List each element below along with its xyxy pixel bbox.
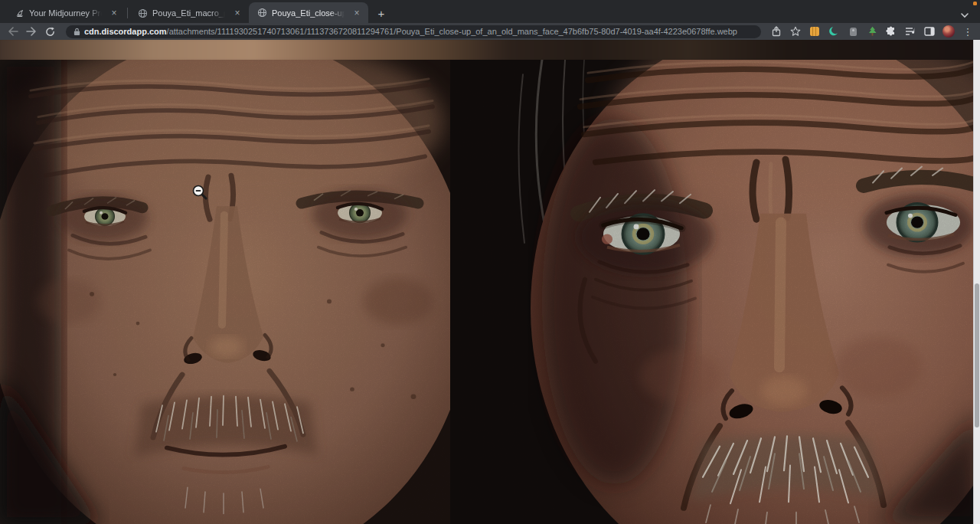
globe-icon	[256, 8, 267, 18]
grid-extension-icon[interactable]	[808, 25, 821, 38]
close-tab-icon[interactable]: ×	[351, 8, 362, 18]
side-panel-icon[interactable]	[923, 25, 936, 38]
page-content	[0, 40, 980, 524]
tab-midjourney-profile[interactable]: Your Midjourney Profile ×	[6, 3, 126, 23]
globe-icon	[137, 8, 148, 18]
toolbar-actions: ⋮	[770, 25, 974, 38]
tab-bar: Your Midjourney Profile × Pouya_Eti_macr…	[0, 0, 980, 23]
forward-button[interactable]	[24, 25, 38, 38]
reload-button[interactable]	[43, 25, 57, 38]
bookmark-star-icon[interactable]	[789, 25, 802, 38]
browser-window: Your Midjourney Profile × Pouya_Eti_macr…	[0, 0, 980, 524]
close-tab-icon[interactable]: ×	[109, 8, 119, 18]
tab-macro-photo[interactable]: Pouya_Eti_macro_photo_of_a ×	[129, 3, 249, 23]
tab-label: Pouya_Eti_close-up_of_an_ol	[272, 8, 347, 18]
back-button[interactable]	[6, 25, 20, 38]
tab-label: Your Midjourney Profile	[29, 8, 104, 18]
tab-search-chevron-icon[interactable]	[960, 12, 969, 18]
more-menu-icon[interactable]: ⋮	[962, 25, 974, 38]
close-tab-icon[interactable]: ×	[232, 8, 243, 18]
left-portrait-image[interactable]	[0, 60, 450, 524]
extensions-puzzle-icon[interactable]	[885, 25, 897, 38]
address-bar[interactable]: cdn.discordapp.com/attachments/111193025…	[66, 25, 761, 38]
right-portrait-image[interactable]	[450, 60, 980, 524]
url-text: cdn.discordapp.com/attachments/111193025…	[84, 27, 737, 36]
reading-list-icon[interactable]	[904, 25, 916, 38]
url-path: /attachments/1111930251740713061/1113736…	[167, 27, 737, 36]
share-icon[interactable]	[770, 25, 782, 38]
vertical-scrollbar[interactable]	[973, 40, 980, 524]
recording-indicator-dot	[973, 2, 977, 5]
new-tab-button[interactable]: +	[373, 5, 390, 21]
scrollbar-thumb[interactable]	[975, 283, 979, 427]
url-domain: cdn.discordapp.com	[84, 27, 167, 36]
profile-avatar[interactable]	[942, 25, 955, 38]
blurred-image-strip	[0, 40, 980, 60]
midjourney-sailboat-icon	[14, 8, 24, 18]
navigation-toolbar: cdn.discordapp.com/attachments/111193025…	[0, 23, 980, 40]
dark-mode-extension-icon[interactable]	[828, 25, 840, 38]
tab-close-up-active[interactable]: Pouya_Eti_close-up_of_an_ol ×	[249, 2, 368, 23]
tree-extension-icon[interactable]	[866, 25, 878, 38]
pin-extension-icon[interactable]	[847, 25, 859, 38]
tab-divider	[127, 8, 128, 18]
lock-icon	[74, 28, 80, 36]
tab-label: Pouya_Eti_macro_photo_of_a	[152, 8, 227, 18]
